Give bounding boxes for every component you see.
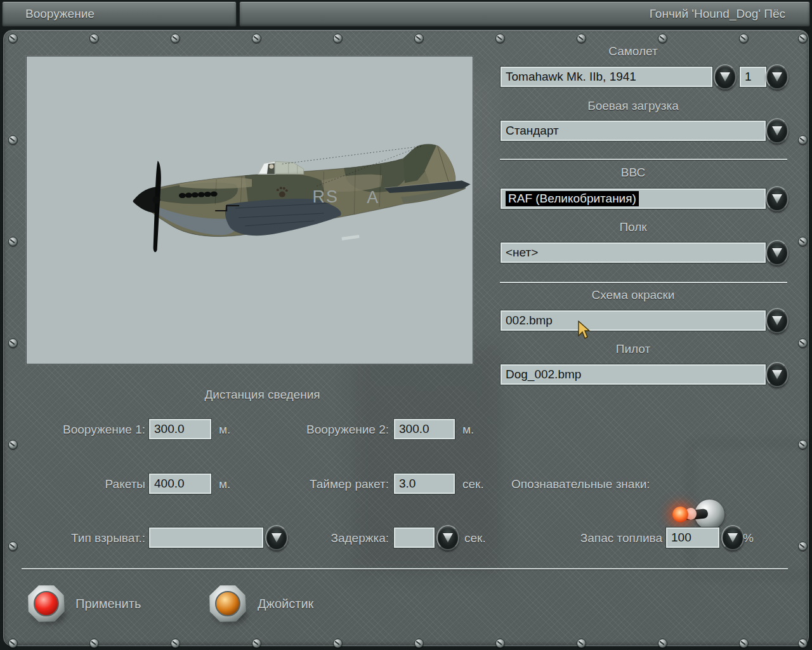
screw-icon bbox=[414, 639, 424, 648]
paint-scheme-dropdown-button[interactable] bbox=[766, 308, 789, 333]
screw-icon bbox=[495, 639, 505, 648]
arming-screen: Вооружение Гончий 'Hound_Dog' Пёс bbox=[0, 0, 812, 650]
aircraft-section-label: Самолет bbox=[500, 44, 766, 58]
weapon2-label: Вооружение 2: bbox=[257, 423, 389, 437]
paint-scheme-select[interactable]: 002.bmp bbox=[500, 310, 766, 331]
screw-icon bbox=[739, 639, 749, 648]
weapon1-input[interactable]: 300.0 bbox=[148, 418, 212, 440]
rockets-label: Ракеты bbox=[13, 477, 145, 491]
fuselage-code-right: A bbox=[367, 188, 378, 207]
screw-icon bbox=[577, 34, 586, 43]
fuze-type-label: Тип взрыват.: bbox=[13, 531, 145, 545]
regiment-dropdown-button[interactable] bbox=[766, 240, 789, 265]
rockets-unit: м. bbox=[219, 477, 230, 491]
paint-scheme-section-label: Схема окраски bbox=[500, 288, 766, 302]
regiment-select[interactable]: <нет> bbox=[500, 242, 766, 263]
joystick-button-dome[interactable] bbox=[215, 591, 240, 616]
dropdown-arrow-icon bbox=[772, 126, 783, 136]
main-panel: RS A Самолет Tomahawk Mk. IIb, 1941 1 Бо… bbox=[3, 30, 809, 646]
delay-dropdown-button[interactable] bbox=[436, 525, 459, 550]
section-divider bbox=[500, 282, 787, 283]
aircraft-count-field[interactable]: 1 bbox=[739, 66, 767, 88]
screw-icon bbox=[798, 34, 808, 43]
weapon1-unit: м. bbox=[219, 423, 230, 437]
weapon1-label: Вооружение 1: bbox=[13, 423, 145, 437]
loadout-section-label: Боевая загрузка bbox=[500, 99, 766, 113]
weapon2-unit: м. bbox=[462, 423, 474, 437]
delay-input[interactable] bbox=[393, 527, 435, 548]
screw-icon bbox=[739, 34, 749, 43]
selected-text: RAF (Великобритания) bbox=[506, 191, 639, 206]
fuselage-code-left: RS bbox=[313, 187, 339, 206]
pilot-section-label: Пилот bbox=[500, 342, 766, 356]
loadout-dropdown-button[interactable] bbox=[766, 118, 789, 143]
rocket-timer-label: Таймер ракет: bbox=[257, 477, 389, 491]
markings-label: Опознавательные знаки: bbox=[511, 477, 650, 491]
screw-icon bbox=[658, 34, 667, 43]
screw-icon bbox=[8, 639, 18, 648]
dropdown-arrow-icon bbox=[772, 194, 783, 204]
fuel-label: Запас топлива bbox=[530, 531, 662, 545]
aircraft-dropdown-button[interactable] bbox=[714, 64, 737, 90]
loadout-select[interactable]: Стандарт bbox=[500, 120, 766, 142]
joystick-button-label[interactable]: Джойстик bbox=[258, 597, 313, 611]
dropdown-arrow-icon bbox=[772, 316, 783, 326]
fuel-unit: % bbox=[743, 531, 754, 545]
fuel-input[interactable]: 100 bbox=[665, 527, 720, 548]
screw-icon bbox=[798, 135, 808, 145]
airforce-section-label: ВВС bbox=[500, 166, 766, 180]
screw-icon bbox=[658, 639, 667, 648]
screw-icon bbox=[414, 34, 424, 43]
rocket-timer-unit: сек. bbox=[462, 477, 484, 491]
aircraft-count-dropdown-button[interactable] bbox=[766, 64, 789, 90]
section-divider bbox=[500, 159, 787, 160]
dropdown-arrow-icon bbox=[443, 533, 454, 543]
screw-icon bbox=[8, 237, 18, 246]
screw-icon bbox=[333, 34, 343, 43]
screw-icon bbox=[8, 440, 18, 449]
weapon2-input[interactable]: 300.0 bbox=[393, 418, 455, 440]
fuze-type-select[interactable] bbox=[148, 527, 264, 548]
aircraft-select[interactable]: Tomahawk Mk. IIb, 1941 bbox=[500, 66, 713, 88]
footer-divider bbox=[22, 568, 788, 569]
screw-icon bbox=[333, 639, 343, 648]
rocket-timer-input[interactable]: 3.0 bbox=[393, 473, 455, 494]
delay-unit: сек. bbox=[464, 531, 486, 545]
aircraft-preview[interactable]: RS A bbox=[26, 56, 473, 364]
screw-icon bbox=[8, 34, 18, 43]
regiment-section-label: Полк bbox=[500, 220, 766, 234]
pilot-select[interactable]: Dog_002.bmp bbox=[500, 364, 766, 385]
dropdown-arrow-icon bbox=[772, 248, 783, 258]
convergence-heading: Дистанция сведения bbox=[153, 388, 372, 402]
rockets-input[interactable]: 400.0 bbox=[148, 473, 212, 494]
dropdown-arrow-icon bbox=[772, 370, 783, 380]
screw-icon bbox=[171, 639, 180, 648]
fuel-dropdown-button[interactable] bbox=[721, 525, 744, 550]
apply-button-label[interactable]: Применить bbox=[75, 597, 141, 611]
screw-icon bbox=[8, 135, 18, 145]
screw-icon bbox=[8, 338, 18, 348]
screw-icon bbox=[252, 639, 261, 648]
screw-icon bbox=[798, 440, 808, 449]
screw-icon bbox=[798, 338, 808, 348]
screw-icon bbox=[577, 639, 586, 648]
screw-icon bbox=[798, 237, 808, 246]
dropdown-arrow-icon bbox=[772, 72, 783, 82]
airforce-dropdown-button[interactable] bbox=[766, 186, 789, 211]
screw-icon bbox=[798, 639, 808, 648]
mouse-cursor bbox=[577, 321, 591, 340]
delay-label: Задержка: bbox=[257, 531, 389, 545]
screw-icon bbox=[89, 639, 99, 648]
tab-armament[interactable]: Вооружение bbox=[2, 1, 237, 27]
aircraft-p40-side-view: RS A bbox=[27, 56, 473, 364]
dropdown-arrow-icon bbox=[728, 533, 738, 543]
apply-button-dome[interactable] bbox=[34, 591, 59, 616]
airforce-select[interactable]: RAF (Великобритания) bbox=[500, 188, 766, 209]
pilot-callsign-text: Гончий 'Hound_Dog' Пёс bbox=[650, 7, 785, 21]
pilot-dropdown-button[interactable] bbox=[766, 362, 789, 387]
dropdown-arrow-icon bbox=[720, 72, 731, 82]
screw-icon bbox=[495, 34, 505, 43]
toggle-glow-tip bbox=[672, 507, 688, 522]
screw-icon bbox=[171, 34, 180, 43]
screw-icon bbox=[89, 34, 99, 43]
